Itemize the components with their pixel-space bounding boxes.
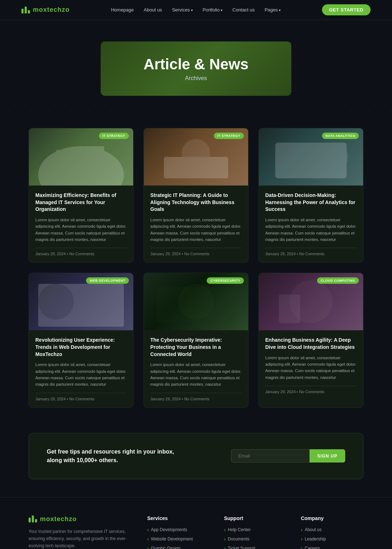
footer-logo-text: moxtechzo: [40, 515, 77, 523]
card-meta: January 29, 2024 • No Comments: [150, 393, 242, 401]
newsletter-text: Get free tips and resources right in you…: [47, 447, 174, 465]
card-excerpt: Lorem ipsum dolor sit amet, consectetuer…: [265, 355, 357, 381]
article-card[interactable]: IT STRATEGY Maximizing Efficiency: Benef…: [29, 128, 134, 263]
card-image: DATA ANALYTICS: [259, 128, 363, 186]
footer-link[interactable]: Careers: [301, 545, 363, 549]
card-title: Enhancing Business Agility: A Deep Dive …: [265, 337, 357, 351]
nav-link-homepage[interactable]: Homepage: [111, 7, 134, 13]
footer-brand: moxtechzo Your trusted partner for compr…: [29, 515, 133, 549]
card-title: Maximizing Efficiency: Benefits of Manag…: [35, 192, 127, 213]
hero-box: Article & News Archives: [101, 41, 291, 96]
footer-brand-desc: Your trusted partner for comprehensive I…: [29, 528, 133, 549]
svg-point-10: [178, 284, 214, 320]
footer-col-heading: Company: [301, 515, 363, 521]
card-meta: January 29, 2024 • No Comments: [150, 248, 242, 256]
card-content: Data-Driven Decision-Making: Harnessing …: [259, 186, 363, 262]
email-input[interactable]: [231, 449, 310, 463]
footer-link[interactable]: Help Center: [224, 527, 286, 533]
footer-logo-icon: [29, 515, 37, 523]
footer: moxtechzo Your trusted partner for compr…: [0, 497, 392, 549]
svg-rect-1: [56, 150, 77, 182]
nav-link-pages[interactable]: Pages: [265, 7, 281, 13]
card-title: Revolutionizing User Experience: Trends …: [35, 337, 127, 358]
card-content: The Cybersecurity Imperative: Protecting…: [144, 330, 248, 407]
card-content: Maximizing Efficiency: Benefits of Manag…: [29, 186, 133, 262]
nav-link-contact-us[interactable]: Contact us: [232, 7, 255, 13]
card-meta: January 29, 2024 • No Comments: [265, 386, 357, 394]
signup-button[interactable]: SIGN UP: [310, 449, 345, 463]
svg-point-0: [38, 146, 124, 186]
footer-col-heading: Support: [224, 515, 286, 521]
articles-grid: IT STRATEGY Maximizing Efficiency: Benef…: [29, 128, 363, 408]
card-image: WEB DEVELOPMENT: [29, 273, 133, 330]
svg-point-4: [182, 139, 210, 168]
card-image: CLOUD COMPUTING: [259, 273, 363, 330]
card-meta: January 29, 2024 • No Comments: [265, 248, 357, 256]
footer-link[interactable]: Leadership: [301, 536, 363, 542]
hero-section: Article & News Archives: [0, 20, 392, 110]
newsletter-form: SIGN UP: [231, 449, 345, 463]
svg-point-6: [323, 144, 348, 169]
article-card[interactable]: IT STRATEGY Strategic IT Planning: A Gui…: [144, 128, 248, 263]
card-image: IT STRATEGY: [144, 128, 248, 186]
card-excerpt: Lorem ipsum dolor sit amet, consectetuer…: [150, 361, 242, 388]
footer-link[interactable]: Ticket Support: [224, 545, 286, 549]
card-content: Revolutionizing User Experience: Trends …: [29, 330, 133, 407]
logo-text: moxtechzo: [33, 6, 70, 14]
card-image: IT STRATEGY: [29, 128, 133, 186]
article-card[interactable]: DATA ANALYTICS Data-Driven Decision-Maki…: [258, 128, 363, 263]
footer-link[interactable]: Graphic Design: [147, 545, 210, 549]
card-meta: January 29, 2024 • No Comments: [35, 248, 127, 256]
navbar: moxtechzo HomepageAbout usServicesPortfo…: [0, 0, 392, 20]
card-meta: January 29, 2024 • No Comments: [35, 393, 127, 401]
nav-link-services[interactable]: Services: [172, 7, 193, 13]
get-started-button[interactable]: GET STARTED: [322, 4, 371, 15]
hero-banner: Article & News Archives: [0, 20, 392, 110]
svg-rect-2: [85, 146, 104, 178]
card-excerpt: Lorem ipsum dolor sit amet, consectetuer…: [265, 217, 357, 243]
footer-col-support: SupportHelp CenterDocumentsTicket Suppor…: [224, 515, 286, 549]
card-content: Enhancing Business Agility: A Deep Dive …: [259, 330, 363, 400]
card-excerpt: Lorem ipsum dolor sit amet, consectetuer…: [35, 217, 127, 243]
card-image: CYBERSECURITY: [144, 273, 248, 330]
svg-point-8: [38, 284, 74, 320]
footer-link[interactable]: App Developments: [147, 527, 210, 533]
footer-col-heading: Services: [147, 515, 210, 521]
article-card[interactable]: WEB DEVELOPMENT Revolutionizing User Exp…: [29, 273, 134, 407]
card-title: Data-Driven Decision-Making: Harnessing …: [265, 192, 357, 213]
nav-links: HomepageAbout usServicesPortfolioContact…: [111, 7, 281, 13]
article-card[interactable]: CLOUD COMPUTING Enhancing Business Agili…: [258, 273, 363, 407]
card-excerpt: Lorem ipsum dolor sit amet, consectetuer…: [35, 361, 127, 388]
footer-link[interactable]: Documents: [224, 536, 286, 542]
newsletter-section: Get free tips and resources right in you…: [29, 433, 363, 479]
article-card[interactable]: CYBERSECURITY The Cybersecurity Imperati…: [144, 273, 248, 407]
nav-link-portfolio[interactable]: Portfolio: [203, 7, 222, 13]
hero-subtitle: Archives: [144, 75, 248, 81]
footer-link[interactable]: About us: [301, 527, 363, 533]
nav-link-about-us[interactable]: About us: [144, 7, 162, 13]
card-excerpt: Lorem ipsum dolor sit amet, consectetuer…: [150, 217, 242, 243]
footer-col-services: ServicesApp DevelopmentsWebsite Developm…: [147, 515, 210, 549]
card-title: The Cybersecurity Imperative: Protecting…: [150, 337, 242, 358]
articles-section: IT STRATEGY Maximizing Efficiency: Benef…: [0, 110, 392, 426]
footer-grid: moxtechzo Your trusted partner for compr…: [29, 515, 363, 549]
card-title: Strategic IT Planning: A Guide to Aligni…: [150, 192, 242, 213]
logo[interactable]: moxtechzo: [21, 6, 70, 14]
hero-title: Article & News: [144, 56, 248, 73]
card-content: Strategic IT Planning: A Guide to Aligni…: [144, 186, 248, 262]
footer-link[interactable]: Website Development: [147, 536, 210, 542]
svg-rect-12: [279, 295, 300, 323]
footer-logo[interactable]: moxtechzo: [29, 515, 133, 523]
footer-col-company: CompanyAbout usLeadershipCareersArticle …: [301, 515, 363, 549]
logo-icon: [21, 6, 30, 14]
